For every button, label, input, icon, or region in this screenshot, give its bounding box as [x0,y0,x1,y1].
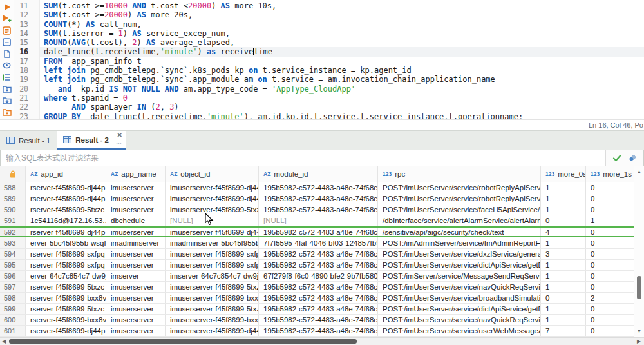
apply-filter-check-icon[interactable] [612,153,622,163]
grid-horizontal-scrollbar[interactable]: ◀ ▶ [0,337,644,345]
column-header-more_0s[interactable]: 123 more_0s [541,166,586,182]
cell-rpc[interactable]: POST:/imUserServer/service/faceH5ApiServ… [378,204,541,215]
row-number-cell[interactable]: 594 [0,249,26,259]
scroll-right-arrow-icon[interactable]: ▶ [635,338,643,345]
cell-more_0s[interactable]: 0 [541,293,586,303]
cell-more_0s[interactable]: 0 [541,215,586,226]
cell-more_0s[interactable]: 1 [541,282,586,292]
cell-module_id[interactable]: 195b5982-c572-4483-a48e-74f68c...☰ [259,228,378,236]
cell-more_0s[interactable]: 1 [541,237,586,248]
row-number-cell[interactable]: 591 [0,215,26,226]
cell-app_id[interactable]: rserver-f45f8699-bxx8v [26,315,106,325]
execution-log-icon[interactable] [1,72,13,82]
sql-code-line[interactable]: SUM(t.iserror = 1) AS service_excep_num, [40,29,644,38]
row-number-cell[interactable]: 599 [0,304,26,314]
cell-rpc[interactable]: POST:/imUserServer/service/dictApiServic… [378,260,541,270]
column-header-app_name[interactable]: AZ app_name [106,166,166,182]
clear-filter-eraser-icon[interactable] [627,153,638,163]
execute-script-icon[interactable] [1,25,13,35]
cell-app_name[interactable]: imuserserver [106,249,166,259]
cell-more_1s[interactable]: 0 [586,315,634,325]
cell-app_name[interactable]: dbchedule [106,215,166,226]
cell-app_name[interactable]: imuserserver [106,304,166,314]
cell-more_1s[interactable]: 0 [586,237,634,248]
execute-sql-icon[interactable] [1,2,13,12]
cell-rpc[interactable]: /sensitive/api/aigc/security/check/text [378,228,541,236]
sql-code-line[interactable]: ROUND(AVG(t.cost), 2) AS average_elapsed… [40,38,644,47]
cell-app_name[interactable]: imuserserver [106,182,166,193]
cell-object_id[interactable]: imuserserver-f45f8699-5txzc [166,282,259,292]
cell-more_1s[interactable]: 0 [586,249,634,259]
cell-more_0s[interactable]: 3 [541,249,586,259]
cell-rpc[interactable]: POST:/imUserServer/service/dictApiServic… [378,304,541,314]
cell-more_0s[interactable]: 1 [541,260,586,270]
import-script-icon[interactable] [1,96,13,106]
cell-rpc[interactable]: POST:/imUserServer/service/robotReplyApi… [378,182,541,193]
vertical-scroll-thumb[interactable] [637,276,641,299]
close-icon[interactable]: ✕ [117,132,122,139]
cell-object_id[interactable]: imuserserver-f45f8699-5txzc [166,204,259,215]
sql-code-line[interactable]: where t.spanid = 0 [40,94,644,103]
row-number-cell[interactable]: 598 [0,293,26,303]
row-number-cell[interactable]: 593 [0,237,26,248]
cell-more_0s[interactable]: 1 [541,315,586,325]
cell-object_id[interactable]: imuserserver-f45f8699-dj44p [166,182,259,193]
cell-object_id[interactable]: imadminserver-5bc45f955b-wsqfb [166,237,259,248]
load-script-icon[interactable] [1,84,13,94]
cell-object_id[interactable]: [NULL] [166,215,259,226]
cell-app_name[interactable]: imuserserver [106,260,166,270]
scroll-down-arrow-icon[interactable]: ▼ [634,328,644,335]
cell-app_id[interactable]: rserver-f45f8699-5txzc [26,204,106,215]
cell-module_id[interactable]: 195b5982-c572-4483-a48e-74f68c8e2e89 [259,282,378,292]
cell-app_id[interactable]: erver-64c7c854c7-dw9jb [26,271,106,281]
grid-vertical-scrollbar[interactable]: ▲ ▼ [634,166,644,337]
cell-app_id[interactable]: rserver-f45f8699-dj44p [26,326,106,336]
sql-code-line[interactable]: date_trunc(t.receivetime,'minute') as re… [40,47,644,56]
row-number-cell[interactable]: 601 [0,326,26,336]
cell-rpc[interactable]: POST:/imUserServer/service/userWebMessag… [378,326,541,336]
table-row[interactable]: 601rserver-f45f8699-dj44pimuserserverimu… [0,326,634,337]
column-header-more_1s[interactable]: 123 more_1s [586,166,634,182]
cell-app_id[interactable]: rserver-f45f8699-dj44p [26,193,106,204]
filter-input[interactable] [1,150,606,166]
column-header-module_id[interactable]: AZ module_id [259,166,378,182]
cell-more_1s[interactable]: 0 [586,271,634,281]
table-row[interactable]: 597rserver-f45f8699-5txzcimuserserverimu… [0,282,634,293]
cell-app_id[interactable]: rserver-f45f8699-sxfpq [26,249,106,259]
cell-more_0s[interactable]: 1 [541,193,586,204]
table-row[interactable]: 594rserver-f45f8699-sxfpqimuserserverimu… [0,249,634,260]
execute-new-tab-icon[interactable] [1,14,13,23]
cell-app_name[interactable]: imuserserver [106,315,166,325]
cell-more_1s[interactable]: 0 [586,228,634,236]
cell-more_1s[interactable]: 0 [586,193,634,204]
cell-more_1s[interactable]: 0 [586,282,634,292]
tab-menu-dots-icon[interactable]: … [116,140,122,146]
cell-module_id[interactable]: 195b5982-c572-4483-a48e-74f68c8e2e89 [259,304,378,314]
scroll-left-arrow-icon[interactable]: ◀ [0,338,8,345]
sql-code-line[interactable]: COUNT(*) AS call_num, [40,20,644,29]
document-icon[interactable] [1,49,13,59]
cell-module_id[interactable]: 7f7f5595-4faf-4046-bf03-124857fb9d2a [259,237,378,248]
sql-code-line[interactable]: FROM app_span_info t [40,57,644,66]
cell-more_0s[interactable]: 1 [541,182,586,193]
cell-object_id[interactable]: imuserserver-f45f8699-bxx8v [166,315,259,325]
row-number-cell[interactable]: 597 [0,282,26,292]
cell-object_id[interactable]: imuserserver-f45f8699-sxfpq [166,249,259,259]
sql-code-line[interactable]: SUM(t.cost >=10000 AND t.cost <20000) AS… [40,1,644,10]
cell-more_0s[interactable]: 7 [541,326,586,336]
cell-app_name[interactable]: imserver [106,271,166,281]
cell-object_id[interactable]: imuserserver-f45f8699-5txzc [166,304,259,314]
table-row[interactable]: 595rserver-f45f8699-sxfpqimuserserverimu… [0,260,634,271]
explain-plan-icon[interactable] [1,37,13,47]
cell-object_id[interactable]: imuserserver-f45f8699-bxx8v [166,293,259,303]
table-row[interactable]: 590rserver-f45f8699-5txzcimuserserverimu… [0,204,634,215]
cell-more_0s[interactable]: 4 [541,228,586,236]
cell-more_1s[interactable]: 0 [586,182,634,193]
cell-rpc[interactable]: POST:/imUserServer/service/dxzlService/g… [378,249,541,259]
cell-module_id[interactable]: 195b5982-c572-4483-a48e-74f68c8e2e89 [259,315,378,325]
result-tab-1[interactable]: Result - 1 [0,131,57,150]
cell-rpc[interactable]: POST:/imAdminServer/service/ImAdminRepor… [378,237,541,248]
cell-app_id[interactable]: rserver-f45f8699-5txzc [26,304,106,314]
cell-module_id[interactable]: 67f279f8-f6c0-4890-bfe2-9b7fb58012db [259,271,378,281]
cell-app_name[interactable]: imuserserver [106,204,166,215]
